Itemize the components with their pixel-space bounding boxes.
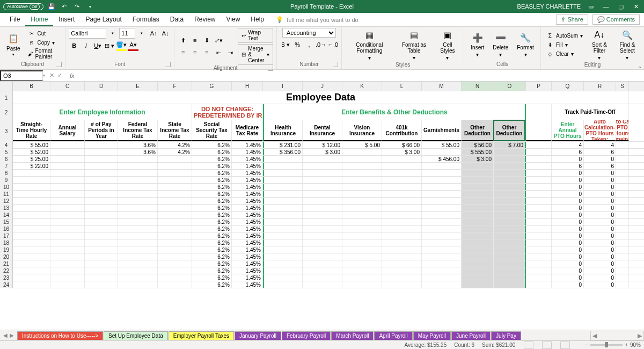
cell-G8[interactable]: 6.2% — [192, 170, 232, 176]
cell-P17[interactable] — [526, 232, 552, 239]
cell-D5[interactable] — [85, 149, 118, 155]
row-header-3[interactable]: 3 — [0, 120, 13, 142]
cell-J17[interactable] — [303, 232, 342, 239]
cell-Q9[interactable]: 0 — [552, 177, 584, 183]
cell-H5[interactable]: 1.45% — [232, 149, 263, 155]
cell-Q23[interactable]: 0 — [552, 274, 584, 281]
header-B[interactable]: Straight-Time Hourly Rate — [13, 120, 50, 141]
cell-N13[interactable] — [462, 205, 494, 211]
col-header-S[interactable]: S — [616, 82, 629, 91]
cell-F14[interactable] — [158, 212, 192, 218]
increase-indent-icon[interactable]: ⇥ — [225, 47, 236, 58]
cell-J9[interactable] — [303, 177, 342, 183]
cell-M9[interactable] — [422, 177, 462, 183]
cell-P11[interactable] — [526, 191, 552, 197]
zoom-level[interactable]: 90% — [630, 342, 641, 348]
paste-button[interactable]: 📋Paste▾ — [3, 32, 24, 58]
row-header-21[interactable]: 21 — [0, 260, 13, 267]
cell-K17[interactable] — [342, 232, 382, 239]
cell-M16[interactable] — [422, 226, 462, 232]
cell-M18[interactable] — [422, 239, 462, 246]
page-layout-view-icon[interactable] — [542, 341, 552, 349]
cell-K4[interactable]: $ 5.00 — [342, 142, 382, 148]
row-header-11[interactable]: 11 — [0, 191, 13, 198]
cell-H10[interactable]: 1.45% — [232, 184, 263, 190]
cell-L14[interactable] — [382, 212, 422, 218]
cell-S17[interactable] — [616, 232, 629, 239]
cell-F16[interactable] — [158, 226, 192, 232]
cell-O23[interactable] — [494, 274, 526, 281]
row-header-1[interactable]: 1 — [0, 91, 13, 104]
cell-K23[interactable] — [342, 274, 382, 281]
row-header-23[interactable]: 23 — [0, 274, 13, 281]
cell-N19[interactable] — [462, 246, 494, 253]
cell-R12[interactable]: 0 — [584, 198, 616, 204]
cell-F19[interactable] — [158, 246, 192, 253]
cancel-formula-icon[interactable]: ✕ — [49, 72, 54, 79]
shrink-font-icon[interactable]: A↓ — [160, 28, 171, 39]
cell-Q21[interactable]: 0 — [552, 260, 584, 267]
cell-L8[interactable] — [382, 170, 422, 176]
row-header-2[interactable]: 2 — [0, 104, 13, 120]
cell-P6[interactable] — [526, 156, 552, 162]
cell-Q15[interactable]: 0 — [552, 219, 584, 225]
cell-R24[interactable]: 0 — [584, 281, 616, 288]
cell-L12[interactable] — [382, 198, 422, 204]
header-G[interactable]: Social Security Tax Rate — [192, 120, 232, 141]
scroll-right-icon[interactable]: ▶ — [636, 331, 643, 340]
cell-G7[interactable]: 6.2% — [192, 163, 232, 169]
cell-S11[interactable] — [616, 191, 629, 197]
cell-J15[interactable] — [303, 219, 342, 225]
cell-Q17[interactable]: 0 — [552, 232, 584, 239]
header-P[interactable] — [526, 120, 552, 141]
cell-M20[interactable] — [422, 253, 462, 260]
cell-B9[interactable] — [13, 177, 50, 183]
font-size-input[interactable] — [119, 28, 135, 39]
cell-R10[interactable]: 0 — [584, 184, 616, 190]
cell-C24[interactable] — [50, 281, 85, 288]
cell-H13[interactable]: 1.45% — [232, 205, 263, 211]
decrease-decimal-icon[interactable]: ←.0 — [327, 39, 338, 50]
merge-center-button[interactable]: ⊟Merge & Center ▾ — [238, 44, 273, 65]
cell-K24[interactable] — [342, 281, 382, 288]
cell-K9[interactable] — [342, 177, 382, 183]
header-N[interactable]: Other Deduction — [462, 120, 494, 141]
cell-F13[interactable] — [158, 205, 192, 211]
find-select-button[interactable]: 🔍Find & Select▾ — [614, 28, 641, 62]
cell-I7[interactable] — [263, 163, 303, 169]
cell-G11[interactable]: 6.2% — [192, 191, 232, 197]
header-C[interactable]: Annual Salary — [50, 120, 85, 141]
cell-N18[interactable] — [462, 239, 494, 246]
cell-N23[interactable] — [462, 274, 494, 281]
cell-I15[interactable] — [263, 219, 303, 225]
cell-O13[interactable] — [494, 205, 526, 211]
tell-me-search[interactable]: 💡Tell me what you want to do — [272, 16, 363, 23]
cell-N10[interactable] — [462, 184, 494, 190]
cell-M4[interactable]: $ 55.00 — [422, 142, 462, 148]
cell-H17[interactable]: 1.45% — [232, 232, 263, 239]
cell-F21[interactable] — [158, 260, 192, 267]
sheet-prev-icon[interactable]: ◀ — [3, 332, 8, 338]
font-color-button[interactable]: A▾ — [128, 40, 138, 51]
tab-insert[interactable]: Insert — [53, 13, 80, 26]
cell-E11[interactable] — [118, 191, 158, 197]
cell-O4[interactable]: $ 7.00 — [494, 142, 526, 148]
cell-D4[interactable] — [85, 142, 118, 148]
cell-J4[interactable]: $ 12.00 — [303, 142, 342, 148]
cell-C8[interactable] — [50, 170, 85, 176]
cell-O8[interactable] — [494, 170, 526, 176]
cell-O7[interactable] — [494, 163, 526, 169]
cell-F24[interactable] — [158, 281, 192, 288]
cell-Q24[interactable]: 0 — [552, 281, 584, 288]
sheet-tab-1[interactable]: Set Up Employee Data — [104, 331, 168, 340]
align-bottom-icon[interactable]: ⬇ — [201, 35, 212, 46]
cell-M13[interactable] — [422, 205, 462, 211]
cell-E23[interactable] — [118, 274, 158, 281]
cell-B13[interactable] — [13, 205, 50, 211]
tab-file[interactable]: File — [4, 13, 25, 26]
cell-G16[interactable]: 6.2% — [192, 226, 232, 232]
cell-D12[interactable] — [85, 198, 118, 204]
col-header-F[interactable]: F — [158, 82, 192, 91]
cell-D24[interactable] — [85, 281, 118, 288]
header-S[interactable]: Auto Calc- PTO Hours Remaining — [616, 120, 629, 141]
